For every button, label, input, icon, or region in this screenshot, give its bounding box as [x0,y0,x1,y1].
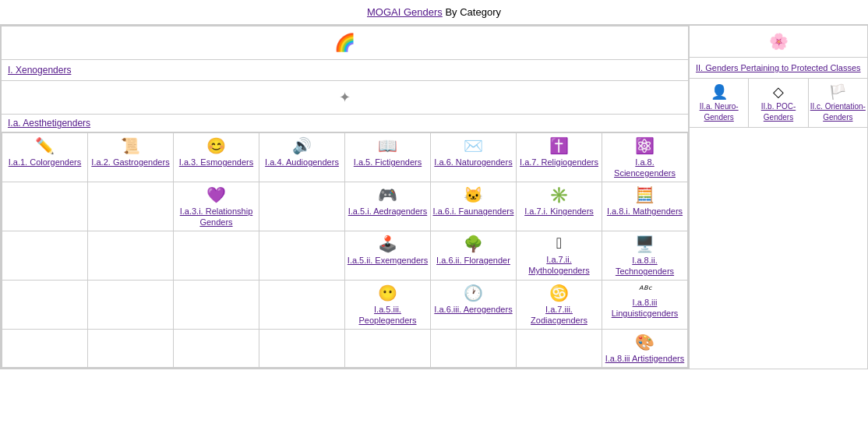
neuro-genders-sub: 👤 II.a. Neuro-Genders [690,79,749,127]
linguisticgenders-link[interactable]: I.a.8.iii Linguisticgenders [612,298,679,318]
neuro-icon: 👤 [691,83,746,101]
page-title: MOGAI Genders By Category [0,0,868,25]
mythologenders-link[interactable]: I.a.7.ii. Mythologenders [528,255,589,275]
cat-icon: 🐱 [432,185,514,204]
empty-cell-1a1-sub2 [2,231,88,281]
empty-cell-1a3-sub2 [174,231,259,281]
fictigenders-cell: 📖 I.a.5. Fictigenders [345,133,431,182]
empty-cell-1a3-sub3 [174,281,259,330]
sciencegenders-cell: ⚛️ I.a.8. Sciencegenders [602,133,688,182]
mogai-genders-link[interactable]: MOGAI Genders [367,6,443,18]
religiogenders-cell: ✝️ I.a.7. Religiogenders [517,133,602,182]
cancer-icon: ♋ [518,284,600,302]
religiogenders-link[interactable]: I.a.7. Religiogenders [520,157,598,167]
empty-cell-1a1-sub3 [2,281,88,330]
naturogenders-link[interactable]: I.a.6. Naturogenders [434,157,512,167]
empty-cell-1a4-sub3 [259,281,345,330]
artistigenders-cell: 🎨 I.a.8.iii Artistigenders [602,330,688,368]
envelope-icon: ✉️ [432,136,514,155]
relationship-genders-link[interactable]: I.a.3.i. Relationship Genders [180,206,253,227]
abc-icon: ᴬᴮᶜ [604,284,686,295]
kingenders-cell: ✳️ I.a.7.i. Kingenders [517,182,602,231]
poc-icon: ◇ [750,83,806,101]
heart-icon: 💜 [175,185,257,204]
poc-genders-sub: ◇ II.b. POC-Genders [749,79,808,127]
empty-cell-1a1-sub4 [2,330,88,368]
technogenders-cell: 🖥️ I.a.8.ii. Technogenders [602,231,688,281]
aedragenders-cell: 🎮 I.a.5.i. Aedragenders [345,182,431,231]
xenogenders-link[interactable]: I. Xenogenders [8,65,71,76]
empty-cell-1a2-sub2 [88,231,174,281]
empty-cell-1a2-sub1 [88,182,174,231]
esmogenders-link[interactable]: I.a.3. Esmogenders [179,157,253,167]
empty-cell-1a4-sub2 [259,231,345,281]
orientation-genders-link[interactable]: II.c. Orientation-Genders [810,102,866,122]
tree-icon: 🌳 [432,235,514,253]
empty-cell-1a6-sub4 [431,330,517,368]
exemgenders-link[interactable]: I.a.5.ii. Exemgenders [348,256,428,265]
empty-cell-1a5-sub4 [345,330,431,368]
peoplegenders-cell: 😶 I.a.5.iii. Peoplegenders [345,281,431,330]
audiogenders-link[interactable]: I.a.4. Audiogenders [265,157,339,167]
aerogenders-cell: 🕐 I.a.6.iii. Aerogenders [431,281,517,330]
neuro-genders-link[interactable]: II.a. Neuro-Genders [700,102,739,122]
protected-classes-label-cell: II. Genders Pertaining to Protected Clas… [690,58,867,79]
sciencegenders-link[interactable]: I.a.8. Sciencegenders [614,157,676,178]
empty-cell-1a2-sub3 [88,281,174,330]
artistigenders-link[interactable]: I.a.8.iii Artistigenders [605,354,685,363]
abacus-icon: 🧮 [604,185,686,204]
sound-icon: 🔊 [261,136,343,155]
aerogenders-link[interactable]: I.a.6.iii. Aerogenders [434,305,512,314]
faunagenders-cell: 🐱 I.a.6.i. Faunagenders [431,182,517,231]
zodiacgenders-cell: ♋ I.a.7.iii. Zodiacgenders [517,281,602,330]
eye-horus-icon: 𓂀 [518,235,600,252]
colorgenders-cell: ✏️ I.a.1. Colorgenders [2,133,88,182]
pencil-icon: ✏️ [4,136,86,155]
zodiacgenders-link[interactable]: I.a.7.iii. Zodiacgenders [531,305,587,325]
empty-cell-1a3-sub4 [174,330,259,368]
clock-icon: 🕐 [432,284,514,302]
aestheti-icon: ✦ [339,90,351,105]
poc-genders-link[interactable]: II.b. POC-Genders [761,102,796,122]
mathgenders-cell: 🧮 I.a.8.i. Mathgenders [602,182,688,231]
right-sub-row: 👤 II.a. Neuro-Genders ◇ II.b. POC-Gender… [690,79,867,128]
empty-cell-1a4-sub1 [259,182,345,231]
exemgenders-cell: 🕹️ I.a.5.ii. Exemgenders [345,231,431,281]
gastrogenders-cell: 📜 I.a.2. Gastrogenders [88,133,174,182]
fictigenders-link[interactable]: I.a.5. Fictigenders [354,157,422,167]
palette-icon: 🎨 [604,333,686,351]
aesthetigenders-link[interactable]: I.a. Aesthetigenders [8,118,90,129]
controller-icon: 🕹️ [347,235,429,253]
aedragenders-link[interactable]: I.a.5.i. Aedragenders [348,206,428,216]
floragender-cell: 🌳 I.a.6.ii. Floragender [431,231,517,281]
cross-icon: ✝️ [518,136,600,155]
gamepad-icon: 🎮 [347,185,429,204]
naturogenders-cell: ✉️ I.a.6. Naturogenders [431,133,517,182]
kingenders-link[interactable]: I.a.7.i. Kingenders [524,206,594,216]
gastrogenders-link[interactable]: I.a.2. Gastrogenders [91,157,169,167]
faunagenders-link[interactable]: I.a.6.i. Faunagenders [433,206,514,216]
xeno-icon: 🌈 [334,33,355,52]
esmogenders-cell: 😊 I.a.3. Esmogenders [174,133,259,182]
orientation-icon: 🏳️ [810,83,866,101]
peoplegenders-link[interactable]: I.a.5.iii. Peoplegenders [358,305,416,325]
monitor-icon: 🖥️ [604,235,686,253]
scroll-icon: 📜 [90,136,171,155]
relationship-genders-cell: 💜 I.a.3.i. Relationship Genders [174,182,259,231]
smile-icon: 😊 [175,136,257,155]
audiogenders-cell: 🔊 I.a.4. Audiogenders [259,133,345,182]
empty-cell-1a2-sub4 [88,330,174,368]
colorgenders-link[interactable]: I.a.1. Colorgenders [9,157,82,167]
sparkle-icon: ✳️ [518,185,600,204]
right-empty-space [690,128,867,362]
floragender-link[interactable]: I.a.6.ii. Floragender [436,256,510,265]
mythologenders-cell: 𓂀 I.a.7.ii. Mythologenders [517,231,602,281]
linguisticgenders-cell: ᴬᴮᶜ I.a.8.iii Linguisticgenders [602,281,688,330]
right-top-section: 🌸 [690,26,867,58]
empty-cell-1a1-sub1 [2,182,88,231]
technogenders-link[interactable]: I.a.8.ii. Technogenders [616,256,674,276]
mathgenders-link[interactable]: I.a.8.i. Mathgenders [607,206,683,216]
empty-cell-1a4-sub4 [259,330,345,368]
atom-icon: ⚛️ [604,136,686,155]
protected-classes-link[interactable]: II. Genders Pertaining to Protected Clas… [696,63,861,72]
